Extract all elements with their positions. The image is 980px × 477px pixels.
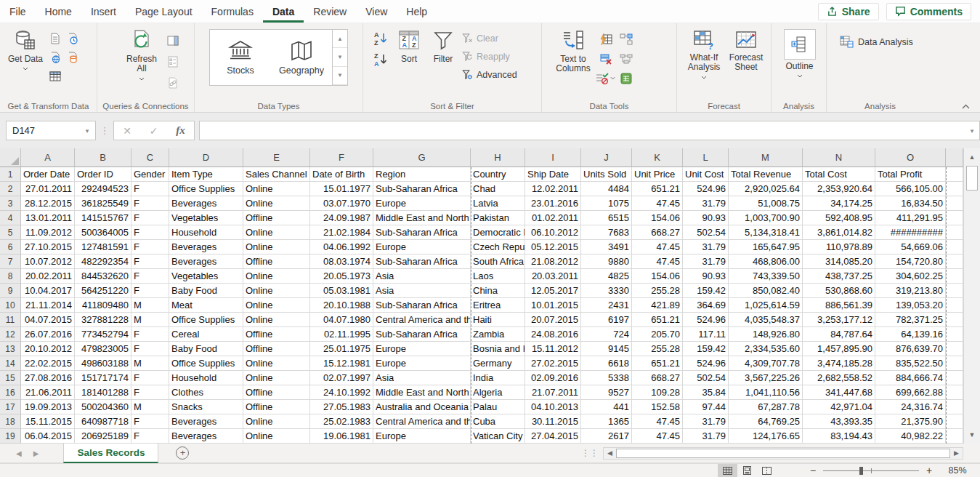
refresh-all-button[interactable]: Refresh All — [121, 27, 163, 81]
cell[interactable]: Laos — [471, 269, 525, 284]
cell[interactable]: Middle East and North Africa — [373, 385, 471, 400]
cell[interactable]: 67,287.78 — [729, 400, 803, 414]
cell[interactable]: Vatican City — [471, 429, 525, 444]
vertical-scroll-thumb[interactable] — [966, 166, 978, 191]
cell[interactable]: 90.93 — [683, 211, 729, 225]
cell-header[interactable]: Gender — [131, 167, 169, 182]
cell[interactable]: Online — [243, 429, 310, 444]
cell[interactable]: 10.04.2017 — [21, 284, 75, 298]
cell[interactable]: F — [131, 385, 169, 400]
cell[interactable]: Online — [243, 225, 310, 240]
cell[interactable] — [946, 342, 963, 356]
scroll-right-icon[interactable]: ▶ — [950, 449, 963, 457]
cell[interactable]: 54,669.06 — [875, 240, 946, 254]
cell[interactable]: 25.01.1975 — [310, 342, 373, 356]
cell[interactable]: Vegetables — [169, 269, 243, 284]
horizontal-scrollbar[interactable]: ◀ ▶ — [603, 447, 963, 460]
cell[interactable]: 42,971.04 — [803, 400, 875, 414]
row-header-11[interactable]: 11 — [0, 313, 21, 327]
flash-fill-icon[interactable] — [597, 31, 615, 48]
cell-header[interactable]: Unit Price — [632, 167, 683, 182]
cell[interactable]: 773452794 — [75, 327, 131, 342]
cell[interactable]: Germany — [471, 356, 525, 371]
cell[interactable]: 47.45 — [632, 429, 683, 444]
zoom-slider-handle[interactable] — [859, 467, 863, 475]
cell[interactable]: 2,334,535.60 — [729, 342, 803, 356]
properties-icon[interactable] — [164, 53, 182, 71]
gallery-up-icon[interactable]: ▲ — [333, 30, 347, 48]
remove-duplicates-icon[interactable] — [597, 50, 615, 68]
cell[interactable]: Beverages — [169, 196, 243, 211]
cell[interactable]: 159.42 — [683, 284, 729, 298]
cell[interactable]: 668.27 — [632, 371, 683, 385]
queries-connections-icon[interactable] — [164, 32, 182, 49]
row-header-15[interactable]: 15 — [0, 371, 21, 385]
cell[interactable]: 743,339.50 — [729, 269, 803, 284]
sheet-tab-sales-records[interactable]: Sales Records — [63, 444, 158, 463]
cell[interactable]: Chad — [471, 182, 525, 196]
cell[interactable]: 2431 — [581, 298, 632, 313]
cell[interactable]: 27.10.2015 — [21, 240, 75, 254]
cell[interactable]: 25.02.1983 — [310, 414, 373, 429]
cell[interactable]: 12.05.2017 — [525, 284, 581, 298]
reapply-filter-button[interactable]: Reapply — [461, 48, 517, 65]
cell[interactable]: F — [131, 284, 169, 298]
tab-review[interactable]: Review — [304, 0, 356, 23]
from-database-icon[interactable] — [64, 49, 81, 66]
cell[interactable]: 109.28 — [632, 385, 683, 400]
normal-view-button[interactable] — [718, 464, 737, 477]
cell[interactable]: 127481591 — [75, 240, 131, 254]
cell[interactable]: 20.05.1973 — [310, 269, 373, 284]
cell[interactable]: Sub-Saharan Africa — [373, 298, 471, 313]
cell[interactable]: 292494523 — [75, 182, 131, 196]
cell[interactable]: 2617 — [581, 429, 632, 444]
cell[interactable]: Online — [243, 284, 310, 298]
expand-formula-bar-icon[interactable]: ▾ — [965, 127, 979, 135]
cell[interactable] — [946, 182, 963, 196]
cell[interactable]: 05.03.1981 — [310, 284, 373, 298]
cell[interactable]: F — [131, 429, 169, 444]
cell[interactable]: 1,457,895.90 — [803, 342, 875, 356]
cell[interactable] — [946, 371, 963, 385]
manage-data-model-icon[interactable] — [617, 70, 635, 87]
cell-header[interactable]: Order Date — [21, 167, 75, 182]
cell[interactable]: 651.21 — [632, 313, 683, 327]
cell[interactable]: Online — [243, 371, 310, 385]
cell[interactable]: 640987718 — [75, 414, 131, 429]
cell[interactable]: 28.12.2015 — [21, 196, 75, 211]
cell[interactable]: Central America and the Caribbean — [373, 414, 471, 429]
cell[interactable]: Online — [243, 240, 310, 254]
outline-button[interactable]: Outline — [779, 27, 820, 78]
row-header-6[interactable]: 6 — [0, 240, 21, 254]
tab-page-layout[interactable]: Page Layout — [126, 0, 202, 23]
tab-home[interactable]: Home — [36, 0, 81, 23]
cell[interactable] — [946, 327, 963, 342]
cell[interactable]: 411,291.95 — [875, 211, 946, 225]
horizontal-scroll-thumb[interactable] — [616, 449, 950, 458]
cell-header[interactable]: Date of Birth — [310, 167, 373, 182]
cell[interactable]: 20.10.2012 — [21, 342, 75, 356]
cell[interactable]: 148,926.80 — [729, 327, 803, 342]
cell[interactable]: Offline — [243, 400, 310, 414]
cell[interactable]: 4,035,548.37 — [729, 313, 803, 327]
cell[interactable]: Sub-Saharan Africa — [373, 327, 471, 342]
cell[interactable]: 152.58 — [632, 400, 683, 414]
scroll-up-icon[interactable]: ▲ — [964, 148, 980, 166]
cell[interactable]: 04.06.1992 — [310, 240, 373, 254]
column-header-D[interactable]: D — [169, 148, 243, 167]
cell[interactable]: 668.27 — [632, 225, 683, 240]
cell[interactable]: 08.03.1974 — [310, 254, 373, 269]
get-data-button[interactable]: Get Data — [4, 27, 46, 71]
cell[interactable]: 04.07.1980 — [310, 313, 373, 327]
cell[interactable]: Zambia — [471, 327, 525, 342]
cell[interactable]: 304,602.25 — [875, 269, 946, 284]
cell[interactable]: 31.79 — [683, 196, 729, 211]
cell-header[interactable]: Units Sold — [581, 167, 632, 182]
cell[interactable] — [946, 298, 963, 313]
cell[interactable]: 9145 — [581, 342, 632, 356]
page-break-preview-button[interactable] — [757, 464, 777, 477]
cell[interactable] — [946, 225, 963, 240]
cell[interactable]: Beverages — [169, 254, 243, 269]
cell[interactable]: 341,447.68 — [803, 385, 875, 400]
row-header-7[interactable]: 7 — [0, 254, 21, 269]
